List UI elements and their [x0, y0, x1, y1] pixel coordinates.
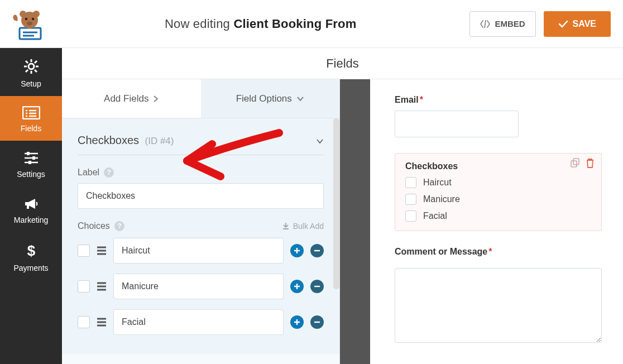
panel-body: Checkboxes (ID #4) Label ? Choices — [62, 118, 339, 354]
sidebar-item-label: Fields — [21, 124, 41, 133]
top-actions: EMBED SAVE — [469, 11, 611, 37]
required-asterisk: * — [488, 247, 492, 256]
email-input[interactable] — [395, 111, 519, 137]
svg-point-8 — [33, 11, 40, 17]
list-icon — [22, 106, 40, 119]
svg-rect-28 — [32, 156, 35, 160]
svg-point-7 — [20, 11, 26, 17]
field-row-actions — [570, 158, 595, 168]
svg-rect-42 — [571, 161, 577, 167]
sliders-icon — [23, 151, 40, 165]
dollar-icon: $ — [26, 242, 37, 259]
svg-rect-0 — [20, 28, 41, 39]
sidebar-item-label: Payments — [13, 264, 48, 272]
remove-choice-button[interactable] — [310, 280, 324, 293]
remove-choice-button[interactable] — [310, 315, 324, 329]
add-choice-button[interactable] — [290, 280, 304, 293]
duplicate-icon[interactable] — [570, 158, 580, 168]
svg-point-6 — [27, 21, 32, 25]
download-icon — [282, 222, 290, 230]
trash-icon[interactable] — [586, 158, 595, 168]
choice-default-checkbox[interactable] — [78, 245, 90, 257]
choice-default-checkbox[interactable] — [78, 280, 90, 293]
label-input[interactable] — [78, 183, 324, 209]
preview-field-checkboxes[interactable]: Checkboxes Haircut Manicure Facial — [395, 153, 602, 231]
preview-label: Email* — [395, 95, 602, 105]
builder-section-heading: Fields — [62, 48, 623, 79]
tab-field-options[interactable]: Field Options — [201, 79, 340, 118]
preview-label: Comment or Message* — [395, 247, 602, 257]
center-column: Fields Add Fields Field Options — [62, 48, 623, 364]
svg-rect-43 — [573, 159, 579, 165]
sidebar-item-settings[interactable]: Settings — [0, 141, 62, 186]
editor-row: Add Fields Field Options Checkboxes (ID … — [62, 79, 623, 364]
option-label: Haircut — [423, 178, 452, 188]
svg-rect-31 — [27, 205, 29, 209]
save-button[interactable]: SAVE — [544, 11, 611, 37]
sidebar-item-label: Setup — [21, 79, 41, 88]
preview-checkbox-option[interactable]: Manicure — [405, 194, 591, 205]
preview-checkbox-option[interactable]: Haircut — [405, 177, 591, 188]
bullhorn-icon — [23, 197, 40, 211]
sidebar-item-marketing[interactable]: Marketing — [0, 186, 62, 232]
svg-point-4 — [25, 17, 27, 20]
choice-row — [78, 238, 324, 264]
top-header: Now editing Client Booking From EMBED SA… — [0, 0, 623, 48]
drag-handle-icon[interactable] — [97, 282, 107, 291]
main-row: Setup Fields Settings — [0, 48, 623, 364]
message-textarea[interactable] — [395, 268, 602, 343]
choice-label-input[interactable] — [113, 309, 284, 335]
gear-icon — [23, 58, 40, 75]
wpforms-logo-icon — [9, 6, 46, 42]
save-button-label: SAVE — [573, 19, 596, 29]
checkbox-icon — [405, 177, 416, 188]
label-field-label: Label ? — [78, 167, 324, 178]
bulk-add-link[interactable]: Bulk Add — [282, 222, 324, 231]
choice-label-input[interactable] — [113, 238, 284, 264]
svg-point-9 — [28, 64, 34, 69]
drag-handle-icon[interactable] — [97, 246, 107, 255]
svg-point-5 — [32, 17, 34, 20]
scrollbar[interactable] — [333, 118, 339, 289]
add-choice-button[interactable] — [290, 315, 304, 329]
option-label: Manicure — [423, 194, 460, 204]
svg-line-17 — [26, 70, 28, 72]
option-label: Facial — [423, 211, 447, 221]
help-icon[interactable]: ? — [114, 221, 124, 231]
drag-handle-icon[interactable] — [97, 318, 107, 327]
tab-add-fields[interactable]: Add Fields — [62, 79, 201, 118]
chevron-down-icon — [296, 96, 304, 102]
sidebar-item-setup[interactable]: Setup — [0, 48, 62, 96]
field-accordion-header[interactable]: Checkboxes (ID #4) — [78, 134, 324, 155]
svg-line-15 — [35, 70, 37, 72]
svg-text:$: $ — [27, 242, 35, 259]
checkbox-icon — [405, 210, 416, 222]
remove-choice-button[interactable] — [310, 244, 324, 257]
required-asterisk: * — [420, 95, 423, 104]
check-icon — [558, 20, 568, 28]
choice-default-checkbox[interactable] — [78, 316, 90, 328]
page-title: Now editing Client Booking From — [51, 17, 469, 31]
preview-field-message: Comment or Message* — [395, 247, 602, 345]
embed-button-label: EMBED — [495, 19, 525, 28]
field-type-name: Checkboxes — [78, 134, 139, 146]
panel-tabs: Add Fields Field Options — [62, 79, 339, 118]
sidebar-item-payments[interactable]: $ Payments — [0, 232, 62, 280]
svg-line-16 — [35, 61, 37, 63]
label-text: Label — [78, 167, 99, 178]
embed-button[interactable]: EMBED — [469, 11, 535, 37]
preview-label: Checkboxes — [405, 161, 591, 171]
preview-checkbox-option[interactable]: Facial — [405, 210, 591, 222]
add-choice-button[interactable] — [290, 244, 304, 257]
field-panel: Add Fields Field Options Checkboxes (ID … — [62, 79, 340, 364]
preview-field-email: Email* — [395, 95, 602, 137]
help-icon[interactable]: ? — [104, 167, 114, 178]
left-sidebar: Setup Fields Settings — [0, 48, 62, 364]
title-prefix: Now editing — [165, 17, 230, 31]
svg-rect-30 — [28, 161, 31, 164]
label-choices: Choices ? — [78, 221, 124, 231]
sidebar-item-label: Settings — [17, 170, 45, 179]
chevron-right-icon — [153, 95, 159, 103]
choice-label-input[interactable] — [113, 274, 284, 299]
sidebar-item-fields[interactable]: Fields — [0, 96, 62, 141]
